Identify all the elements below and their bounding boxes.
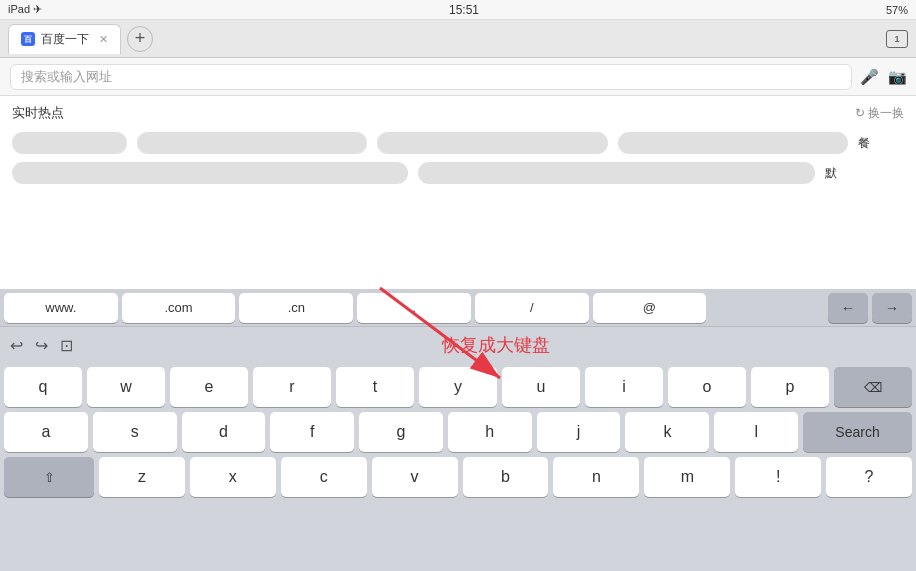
status-right: 57% <box>886 4 908 16</box>
hot-item-8[interactable]: 默 <box>825 162 904 184</box>
address-input[interactable]: 搜索或输入网址 <box>10 64 852 90</box>
pages-button[interactable]: 1 <box>886 30 908 48</box>
address-placeholder: 搜索或输入网址 <box>21 68 112 86</box>
key-w[interactable]: w <box>87 367 165 407</box>
key-n[interactable]: n <box>553 457 639 497</box>
hot-item-5[interactable]: 餐 <box>858 132 904 154</box>
search-key[interactable]: Search <box>803 412 912 452</box>
tab-favicon: 百 <box>21 32 35 46</box>
redo-button[interactable]: ↪ <box>35 336 48 355</box>
key-h[interactable]: h <box>448 412 532 452</box>
key-x[interactable]: x <box>190 457 276 497</box>
keyboard-area: www. .com .cn . / @ ← → ↩ ↪ ⊡ 恢复成大键盘 q w… <box>0 289 916 571</box>
key-p[interactable]: p <box>751 367 829 407</box>
kb-row-2: a s d f g h j k l Search <box>4 412 912 452</box>
refresh-button[interactable]: ↻ 换一换 <box>855 105 904 122</box>
arrow-left-key[interactable]: ← <box>828 293 868 323</box>
key-s[interactable]: s <box>93 412 177 452</box>
backspace-key[interactable]: ⌫ <box>834 367 912 407</box>
key-u[interactable]: u <box>502 367 580 407</box>
key-y[interactable]: y <box>419 367 497 407</box>
key-question[interactable]: ? <box>826 457 912 497</box>
key-j[interactable]: j <box>537 412 621 452</box>
kb-toolbar: ↩ ↪ ⊡ 恢复成大键盘 <box>0 327 916 363</box>
key-q[interactable]: q <box>4 367 82 407</box>
content-area: 实时热点 ↻ 换一换 餐 默 <box>0 96 916 289</box>
paste-button[interactable]: ⊡ <box>60 336 73 355</box>
key-g[interactable]: g <box>359 412 443 452</box>
key-c[interactable]: c <box>281 457 367 497</box>
hot-item-6[interactable] <box>12 162 408 184</box>
key-v[interactable]: v <box>372 457 458 497</box>
key-f[interactable]: f <box>270 412 354 452</box>
hot-item-1[interactable] <box>12 132 127 154</box>
mic-icon[interactable]: 🎤 <box>860 68 878 86</box>
status-left: iPad ✈ <box>8 3 42 16</box>
url-key-at[interactable]: @ <box>593 293 707 323</box>
key-z[interactable]: z <box>99 457 185 497</box>
key-l[interactable]: l <box>714 412 798 452</box>
key-k[interactable]: k <box>625 412 709 452</box>
kb-row-3: ⇧ z x c v b n m ! ? <box>4 457 912 497</box>
hot-item-4[interactable] <box>618 132 848 154</box>
key-a[interactable]: a <box>4 412 88 452</box>
battery-label: 57% <box>886 4 908 16</box>
status-time: 15:51 <box>449 3 479 17</box>
url-key-com[interactable]: .com <box>122 293 236 323</box>
hot-items-row2: 默 <box>12 162 904 184</box>
tab-bar: 百 百度一下 ✕ + 1 <box>0 20 916 58</box>
section-header: 实时热点 ↻ 换一换 <box>12 104 904 122</box>
arrow-right-key[interactable]: → <box>872 293 912 323</box>
shift-key[interactable]: ⇧ <box>4 457 94 497</box>
key-o[interactable]: o <box>668 367 746 407</box>
hot-item-2[interactable] <box>137 132 367 154</box>
key-e[interactable]: e <box>170 367 248 407</box>
url-key-dot[interactable]: . <box>357 293 471 323</box>
hot-item-3[interactable] <box>377 132 607 154</box>
keyboard-rows: q w e r t y u i o p ⌫ a s d f g h j k l … <box>0 363 916 499</box>
section-title: 实时热点 <box>12 104 64 122</box>
url-key-cn[interactable]: .cn <box>239 293 353 323</box>
ipad-label: iPad ✈ <box>8 3 42 16</box>
active-tab[interactable]: 百 百度一下 ✕ <box>8 24 121 54</box>
camera-icon[interactable]: 📷 <box>888 68 906 86</box>
key-r[interactable]: r <box>253 367 331 407</box>
tab-close-icon[interactable]: ✕ <box>99 33 108 46</box>
add-tab-button[interactable]: + <box>127 26 153 52</box>
kb-row-1: q w e r t y u i o p ⌫ <box>4 367 912 407</box>
key-b[interactable]: b <box>463 457 549 497</box>
key-m[interactable]: m <box>644 457 730 497</box>
annotation-text: 恢复成大键盘 <box>85 333 906 357</box>
key-exclamation[interactable]: ! <box>735 457 821 497</box>
hot-items-row1: 餐 <box>12 132 904 154</box>
key-t[interactable]: t <box>336 367 414 407</box>
undo-button[interactable]: ↩ <box>10 336 23 355</box>
key-i[interactable]: i <box>585 367 663 407</box>
tab-label: 百度一下 <box>41 31 89 48</box>
status-bar: iPad ✈ 15:51 57% <box>0 0 916 20</box>
key-d[interactable]: d <box>182 412 266 452</box>
hot-item-7[interactable] <box>418 162 814 184</box>
address-icons: 🎤 📷 <box>860 68 906 86</box>
url-key-www[interactable]: www. <box>4 293 118 323</box>
tab-bar-right: 1 <box>886 30 908 48</box>
url-key-slash[interactable]: / <box>475 293 589 323</box>
url-shortcuts-row: www. .com .cn . / @ ← → <box>0 289 916 327</box>
address-bar: 搜索或输入网址 🎤 📷 <box>0 58 916 96</box>
